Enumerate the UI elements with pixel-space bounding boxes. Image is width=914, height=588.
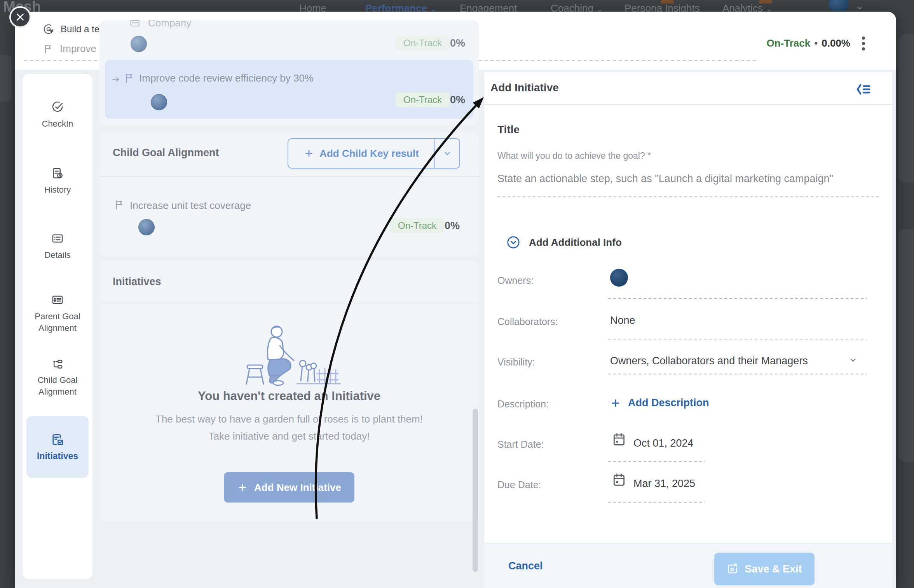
plus-icon xyxy=(304,148,314,158)
owner-avatar xyxy=(131,36,147,52)
company-row[interactable]: Company xyxy=(129,20,191,29)
background-card xyxy=(0,55,12,102)
nav-badge xyxy=(661,0,674,3)
collaborators-label: Collaborators: xyxy=(497,316,558,327)
sidebar-item-label: History xyxy=(40,184,75,196)
company-label: Company xyxy=(148,20,191,29)
panel-title: Add Initiative xyxy=(490,82,559,94)
divider xyxy=(99,176,479,177)
goal-tree-card: Company On-Track 0% Improve code review … xyxy=(99,20,479,126)
arrow-right-icon xyxy=(111,75,120,84)
status-badge: On-Track xyxy=(396,36,450,50)
goal-status: On-Track • 0.00% xyxy=(766,37,850,49)
child-goal-alignment-icon xyxy=(52,358,63,370)
status-badge: On-Track xyxy=(390,218,444,233)
sidebar-item-history[interactable]: History xyxy=(23,167,92,196)
add-additional-info-toggle[interactable]: Add Additional Info xyxy=(506,235,622,249)
start-date-value[interactable]: Oct 01, 2024 xyxy=(633,437,694,449)
status-text: On-Track xyxy=(766,37,810,49)
calendar-icon xyxy=(612,472,626,487)
owner-avatar xyxy=(138,219,155,235)
field-underline xyxy=(608,374,867,374)
plus-icon xyxy=(237,482,248,493)
empty-state-line1: The best way to have a garden full of ro… xyxy=(99,413,479,425)
due-date-label: Due Date: xyxy=(497,479,541,491)
empty-state-illustration xyxy=(235,318,344,387)
goal-target-icon xyxy=(43,23,54,35)
scrollbar-thumb[interactable] xyxy=(473,409,478,572)
progress-text: 0.00% xyxy=(822,37,850,49)
chevron-down-icon[interactable]: ⌄ xyxy=(856,1,863,12)
chevron-down-icon[interactable] xyxy=(849,356,857,364)
collaborators-value[interactable]: None xyxy=(610,315,635,327)
visibility-value[interactable]: Owners, Collaborators and their Managers xyxy=(610,355,808,367)
sidebar-item-label: Details xyxy=(40,249,75,261)
plus-icon xyxy=(610,398,621,409)
add-child-key-result-label: Add Child Key result xyxy=(319,148,419,160)
initiative-title-input[interactable] xyxy=(497,170,878,187)
sidebar-item-label: Child Goal Alignment xyxy=(23,374,92,398)
sidebar-item-label: Initiatives xyxy=(37,451,78,461)
key-result-row[interactable]: Improve code review efficiency by 30% On… xyxy=(105,60,473,119)
add-description-label: Add Description xyxy=(628,397,709,409)
sidebar-item-initiatives[interactable]: Initiatives xyxy=(26,416,89,478)
panel-footer: Cancel Save & Exit xyxy=(484,543,892,588)
add-new-initiative-button[interactable]: Add New Initiative xyxy=(224,472,354,503)
divider xyxy=(99,304,479,304)
form-section-title: Title xyxy=(497,124,520,136)
sidebar-item-label: Parent Goal Alignment xyxy=(23,311,92,334)
add-description-button[interactable]: Add Description xyxy=(610,397,709,409)
kebab-menu-icon[interactable] xyxy=(856,34,871,53)
field-underline xyxy=(608,298,867,299)
close-icon xyxy=(15,12,25,22)
nav-badge xyxy=(759,0,772,3)
flag-icon xyxy=(113,199,125,210)
status-badge: On-Track xyxy=(396,92,450,107)
details-icon xyxy=(51,232,64,245)
history-icon xyxy=(51,167,64,179)
collapse-panel-icon[interactable] xyxy=(855,81,872,98)
divider xyxy=(484,104,892,105)
owners-avatar[interactable] xyxy=(610,269,628,287)
flag-icon xyxy=(43,43,54,54)
child-goal-alignment-card: Child Goal Alignment Add Child Key resul… xyxy=(99,132,479,256)
field-underline xyxy=(608,339,867,339)
save-icon xyxy=(727,563,738,575)
save-and-exit-label: Save & Exit xyxy=(745,563,802,575)
initiatives-card: Initiatives xyxy=(99,260,479,521)
background-card xyxy=(898,229,914,462)
initiatives-icon xyxy=(51,433,64,446)
add-new-initiative-label: Add New Initiative xyxy=(254,482,341,494)
add-child-dropdown-chevron[interactable] xyxy=(434,139,459,168)
sidebar-item-details[interactable]: Details xyxy=(23,232,92,261)
empty-state-line2: Take initiative and get started today! xyxy=(99,430,479,442)
input-underline xyxy=(497,196,879,197)
progress-value: 0% xyxy=(445,220,460,232)
flag-icon xyxy=(124,72,135,84)
save-and-exit-button[interactable]: Save & Exit xyxy=(714,553,815,585)
chevron-down-circle-icon xyxy=(506,235,520,249)
field-underline xyxy=(608,461,705,462)
add-initiative-panel: Add Initiative Title What will you do to… xyxy=(484,72,892,588)
description-label: Description: xyxy=(497,398,549,410)
sidebar-item-child-goal-alignment[interactable]: Child Goal Alignment xyxy=(23,358,92,398)
add-child-key-result-button[interactable]: Add Child Key result xyxy=(288,138,460,169)
cancel-button[interactable]: Cancel xyxy=(506,560,545,572)
goal-detail-modal: Build a team of high performing engineer… xyxy=(15,12,896,588)
sidebar-item-parent-goal-alignment[interactable]: Parent Goal Alignment xyxy=(23,294,92,334)
modal-sidebar: CheckIn History Details Parent Goal Alig… xyxy=(23,74,92,579)
company-icon xyxy=(129,20,140,29)
due-date-value[interactable]: Mar 31, 2025 xyxy=(633,478,695,490)
section-title: Child Goal Alignment xyxy=(113,147,219,159)
owner-avatar xyxy=(151,94,167,110)
empty-state-heading: You haven't created an Initiative xyxy=(99,389,479,403)
key-result-row-title: Improve code review efficiency by 30% xyxy=(139,72,314,84)
section-title: Initiatives xyxy=(113,276,161,288)
sidebar-item-checkin[interactable]: CheckIn xyxy=(23,101,92,130)
calendar-icon xyxy=(612,432,626,447)
check-circle-icon xyxy=(51,101,64,113)
status-separator: • xyxy=(814,37,818,49)
close-modal-button[interactable] xyxy=(9,6,31,28)
child-goal-row-title[interactable]: Increase unit test coverage xyxy=(130,200,251,212)
visibility-label: Visibility: xyxy=(497,357,535,368)
